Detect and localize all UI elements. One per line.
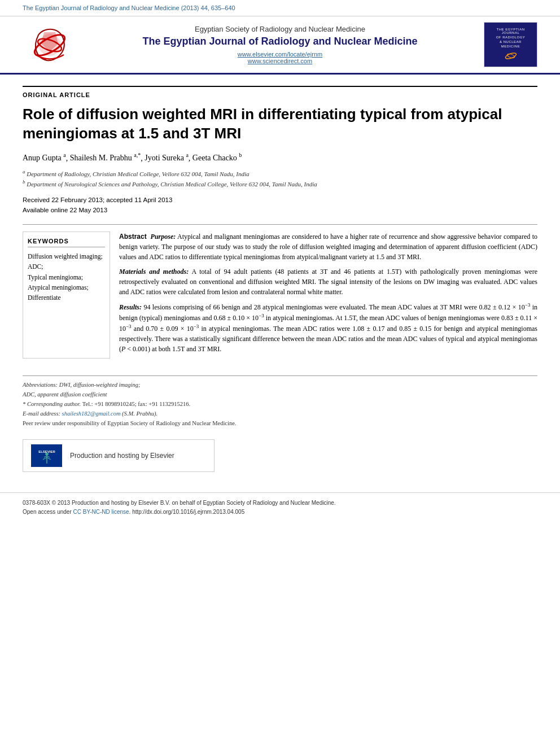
abstract-section: KEYWORDS Diffusion weighted imaging; ADC… (23, 231, 537, 359)
results-heading: Results: (119, 303, 142, 311)
journal-name: The Egyptian Journal of Radiology and Nu… (88, 36, 473, 48)
journal-logo-right: THE EGYPTIAN JOURNAL OF RADIOLOGY & NUCL… (484, 22, 537, 67)
society-name: Egyptian Society of Radiology and Nuclea… (88, 25, 473, 33)
logo-line3: & NUCLEAR (500, 40, 522, 43)
abbreviations-line: Abbreviations: DWI, diffusion-weighted i… (23, 381, 537, 390)
footnotes-section: Abbreviations: DWI, diffusion-weighted i… (23, 375, 537, 428)
svg-point-3 (506, 53, 515, 58)
logo-line4: MEDICINE (501, 45, 520, 48)
author-3: Jyoti Sureka a (145, 154, 189, 162)
left-logo-svg (24, 24, 75, 66)
tel-text: Tel.: +91 8098910245; fax: +91 113291521… (82, 401, 190, 407)
journal-header: Egyptian Society of Radiology and Nuclea… (0, 16, 560, 75)
affiliation-b: b Department of Neurological Sciences an… (23, 178, 537, 189)
keyword-3: Typical meningioma; (28, 273, 105, 282)
copyright-bar: 0378-603X © 2013 Production and hosting … (0, 492, 560, 525)
email-label: E-mail address: (23, 410, 60, 417)
copyright-line1: 0378-603X © 2013 Production and hosting … (23, 499, 537, 508)
svg-point-11 (45, 453, 49, 455)
section-divider (23, 224, 537, 225)
cc-license-link[interactable]: CC BY-NC-ND license (73, 509, 129, 515)
article-title: Role of diffusion weighted MRI in differ… (23, 105, 537, 143)
purpose-text: Atypical and malignant meningiomas are c… (119, 233, 537, 261)
available-date: Available online 22 May 2013 (23, 205, 537, 215)
abbrev-label: Abbreviations: (23, 382, 58, 388)
elsevier-logo-svg: ELSEVIER (33, 445, 61, 466)
email-address[interactable]: shailesh182@gmail.com (62, 410, 121, 417)
doi-suffix: . http://dx.doi.org/10.1016/j.ejrnm.2013… (129, 509, 245, 515)
abstract-label: Abstract (119, 233, 147, 241)
keyword-4: Atypical meningiomas; (28, 283, 105, 292)
logo-line1: THE EGYPTIAN JOURNAL (488, 28, 534, 34)
logo-line2: OF RADIOLOGY (496, 36, 526, 39)
keyword-1: Diffusion weighted imaging; (28, 252, 105, 261)
affiliation-a: a Department of Radiology, Christian Med… (23, 168, 537, 178)
corresponding-line: * Corresponding author. Tel.: +91 809891… (23, 400, 537, 409)
keyword-2: ADC; (28, 262, 105, 271)
article-type: ORIGINAL ARTICLE (23, 86, 537, 98)
affiliations: a Department of Radiology, Christian Med… (23, 168, 537, 189)
elsevier-text: Production and hosting by Elsevier (70, 452, 174, 460)
results-text: 94 lesions comprising of 66 benign and 2… (119, 303, 537, 353)
abbrev-text: DWI, diffusion-weighted imaging; (59, 382, 141, 388)
peer-review-line: Peer review under responsibility of Egyp… (23, 419, 537, 429)
keywords-sidebar: KEYWORDS Diffusion weighted imaging; ADC… (23, 231, 110, 359)
abstract-main: Abstract Purpose: Atypical and malignant… (119, 231, 537, 359)
article-content: ORIGINAL ARTICLE Role of diffusion weigh… (0, 75, 560, 483)
corresponding-label: * Corresponding author. (23, 401, 81, 407)
open-access-prefix: Open access under (23, 509, 73, 515)
url2[interactable]: www.sciencedirect.com (88, 58, 473, 64)
journal-urls: www.elsevier.com/locate/ejrnm www.scienc… (88, 51, 473, 64)
journal-logo-left (23, 22, 76, 67)
elsevier-footer-box: ELSEVIER Production and hosting by Elsev… (23, 439, 215, 472)
adc-line: ADC, apparent diffusion coefficient (23, 390, 537, 400)
svg-point-2 (505, 51, 517, 59)
keyword-5: Differentiate (28, 293, 105, 302)
inner-logo-text: THE EGYPTIAN JOURNAL OF RADIOLOGY & NUCL… (485, 23, 536, 67)
abstract-purpose: Abstract Purpose: Atypical and malignant… (119, 231, 537, 262)
email-line: E-mail address: shailesh182@gmail.com (S… (23, 409, 537, 419)
abstract-methods: Materials and methods: A total of 94 adu… (119, 267, 537, 297)
article-dates: Received 22 February 2013; accepted 11 A… (23, 195, 537, 216)
email-note: (S.M. Prabhu). (122, 410, 158, 417)
author-4: Geeta Chacko b (193, 154, 242, 162)
journal-citation-link[interactable]: The Egyptian Journal of Radiology and Nu… (23, 5, 235, 11)
copyright-line2: Open access under CC BY-NC-ND license. h… (23, 508, 537, 517)
authors-line: Anup Gupta a, Shailesh M. Prabhu a,*, Jy… (23, 152, 537, 163)
purpose-heading: Purpose: (151, 233, 176, 241)
methods-heading: Materials and methods: (119, 268, 189, 276)
keywords-title: KEYWORDS (28, 238, 105, 247)
url1[interactable]: www.elsevier.com/locate/ejrnm (88, 51, 473, 58)
journal-title-center: Egyptian Society of Radiology and Nuclea… (82, 25, 478, 65)
author-2: Shailesh M. Prabhu a,* (70, 154, 141, 162)
elsevier-logo: ELSEVIER (31, 444, 62, 467)
logo-mini-icon (502, 50, 519, 62)
top-link-bar: The Egyptian Journal of Radiology and Nu… (0, 0, 560, 16)
received-date: Received 22 February 2013; accepted 11 A… (23, 195, 537, 205)
author-1: Anup Gupta a (23, 154, 66, 162)
abstract-results: Results: 94 lesions comprising of 66 ben… (119, 302, 537, 354)
